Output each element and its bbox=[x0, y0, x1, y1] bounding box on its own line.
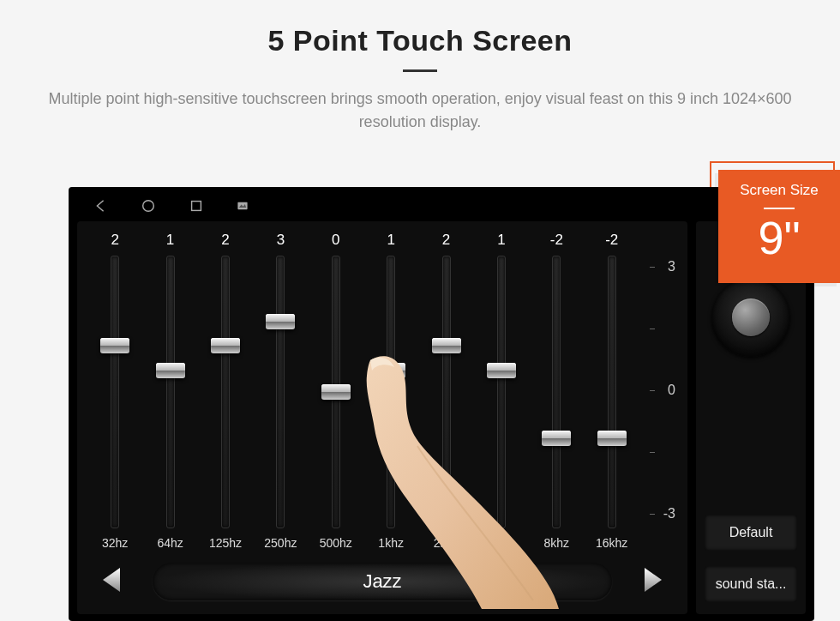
equalizer-panel: 232hz164hz2125hz3250hz0500hz11khz22khz14… bbox=[77, 221, 687, 614]
eq-freq-label: 125hz bbox=[209, 534, 242, 552]
eq-band-4khz: 14khz bbox=[477, 228, 526, 552]
eq-freq-label: 1khz bbox=[378, 534, 404, 552]
eq-value: 2 bbox=[111, 228, 118, 252]
eq-scale: 3 0 -3 bbox=[643, 228, 681, 552]
eq-slider[interactable] bbox=[608, 256, 616, 528]
eq-band-250hz: 3250hz bbox=[255, 228, 305, 552]
eq-value: 3 bbox=[277, 228, 285, 252]
eq-value: -2 bbox=[550, 228, 563, 252]
eq-slider[interactable] bbox=[332, 256, 340, 528]
eq-value: 0 bbox=[332, 228, 339, 252]
eq-band-16khz: -216khz bbox=[587, 228, 637, 552]
eq-slider-knob[interactable] bbox=[542, 431, 571, 446]
back-icon[interactable] bbox=[93, 198, 108, 217]
eq-band-8khz: -28khz bbox=[531, 228, 581, 552]
eq-freq-label: 250hz bbox=[264, 534, 297, 552]
eq-freq-label: 4khz bbox=[489, 534, 514, 552]
default-button[interactable]: Default bbox=[705, 515, 797, 551]
eq-value: 1 bbox=[497, 228, 505, 252]
eq-freq-label: 64hz bbox=[157, 534, 183, 552]
eq-freq-label: 32hz bbox=[102, 534, 128, 552]
eq-slider[interactable] bbox=[221, 256, 230, 528]
eq-slider[interactable] bbox=[111, 256, 119, 528]
eq-slider[interactable] bbox=[387, 256, 395, 528]
sound-stage-button[interactable]: sound sta... bbox=[705, 566, 797, 602]
callout-value: 9" bbox=[718, 214, 840, 261]
eq-slider[interactable] bbox=[552, 256, 561, 528]
eq-band-2khz: 22khz bbox=[422, 228, 471, 552]
eq-slider-knob[interactable] bbox=[487, 363, 516, 378]
preset-display[interactable]: Jazz bbox=[153, 563, 612, 600]
gallery-icon[interactable] bbox=[237, 200, 249, 215]
balance-dial[interactable] bbox=[711, 278, 790, 357]
screen-size-callout: Screen Size 9" bbox=[718, 170, 840, 283]
system-nav-bar bbox=[77, 194, 806, 221]
eq-slider-knob[interactable] bbox=[266, 314, 295, 329]
eq-slider[interactable] bbox=[276, 256, 285, 528]
eq-freq-label: 16khz bbox=[596, 534, 627, 552]
eq-band-125hz: 2125hz bbox=[201, 228, 250, 552]
eq-slider[interactable] bbox=[442, 256, 451, 528]
preset-next-button[interactable] bbox=[636, 563, 670, 600]
svg-point-0 bbox=[143, 201, 154, 212]
eq-slider-knob[interactable] bbox=[156, 363, 185, 378]
eq-freq-label: 2khz bbox=[434, 534, 459, 552]
hero-title: 5 Point Touch Screen bbox=[0, 24, 840, 57]
eq-slider-knob[interactable] bbox=[432, 338, 461, 353]
eq-band-500hz: 0500hz bbox=[311, 228, 361, 552]
home-icon[interactable] bbox=[141, 198, 156, 217]
eq-freq-label: 8khz bbox=[544, 534, 570, 552]
hero-divider bbox=[403, 69, 437, 72]
eq-band-64hz: 164hz bbox=[146, 228, 195, 552]
device-screen: 232hz164hz2125hz3250hz0500hz11khz22khz14… bbox=[69, 187, 814, 621]
preset-prev-button[interactable] bbox=[94, 563, 129, 600]
eq-slider[interactable] bbox=[166, 256, 175, 528]
eq-value: 2 bbox=[221, 228, 229, 252]
eq-slider-knob[interactable] bbox=[321, 384, 351, 400]
svg-rect-1 bbox=[192, 202, 201, 211]
callout-label: Screen Size bbox=[718, 182, 840, 199]
hero-subtitle: Multiple point high-sensitive touchscree… bbox=[34, 87, 806, 134]
eq-slider-knob[interactable] bbox=[100, 338, 129, 353]
eq-freq-label: 500hz bbox=[320, 534, 352, 552]
eq-band-1khz: 11khz bbox=[366, 228, 416, 552]
eq-value: 2 bbox=[442, 228, 450, 252]
eq-value: 1 bbox=[166, 228, 174, 252]
recents-icon[interactable] bbox=[189, 198, 204, 217]
eq-slider-knob[interactable] bbox=[376, 363, 405, 378]
eq-slider-knob[interactable] bbox=[211, 338, 240, 353]
preset-label: Jazz bbox=[363, 570, 401, 593]
eq-band-32hz: 232hz bbox=[90, 228, 140, 552]
eq-slider-knob[interactable] bbox=[597, 431, 627, 446]
eq-value: -2 bbox=[605, 228, 618, 252]
eq-slider[interactable] bbox=[497, 256, 506, 528]
eq-value: 1 bbox=[387, 228, 394, 252]
